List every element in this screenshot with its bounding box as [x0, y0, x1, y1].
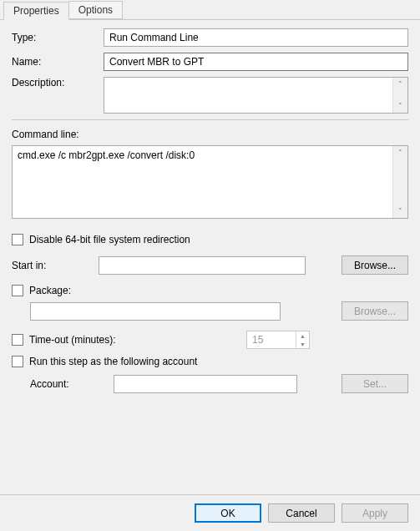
ok-button[interactable]: OK [195, 503, 261, 523]
package-input [30, 302, 281, 321]
properties-panel: Type: Run Command Line Name: Description… [0, 20, 420, 393]
name-label: Name: [12, 56, 104, 68]
spinner-up-icon: ▲ [296, 331, 309, 340]
description-label: Description: [12, 77, 104, 88]
timeout-label: Time-out (minutes): [29, 334, 246, 346]
set-account-button: Set... [342, 374, 408, 393]
cancel-button[interactable]: Cancel [268, 503, 335, 523]
tab-options[interactable]: Options [68, 1, 123, 19]
package-label: Package: [29, 285, 71, 296]
runas-checkbox[interactable] [12, 356, 23, 367]
commandline-input[interactable]: cmd.exe /c mbr2gpt.exe /convert /disk:0 … [12, 145, 408, 219]
startin-input[interactable] [99, 256, 306, 275]
runas-label: Run this step as the following account [29, 356, 197, 367]
account-input [114, 375, 297, 393]
type-label: Type: [12, 32, 104, 43]
disable64-label: Disable 64-bit file system redirection [29, 234, 190, 245]
startin-label: Start in: [12, 260, 99, 271]
tab-properties[interactable]: Properties [3, 2, 69, 20]
type-value: Run Command Line [104, 28, 408, 47]
scroll-up-icon[interactable]: ˄ [393, 146, 407, 159]
package-checkbox[interactable] [12, 285, 23, 296]
scroll-up-icon[interactable]: ˄ [393, 78, 407, 91]
startin-browse-button[interactable]: Browse... [342, 255, 408, 275]
timeout-checkbox[interactable] [12, 334, 23, 346]
apply-button: Apply [342, 503, 408, 523]
account-label: Account: [30, 378, 114, 390]
timeout-spinner: 15 ▲ ▼ [246, 331, 310, 349]
description-scrollbar[interactable]: ˄ ˅ [392, 78, 407, 113]
dialog-footer: OK Cancel Apply [0, 494, 420, 531]
name-input[interactable] [104, 53, 408, 71]
scroll-down-icon[interactable]: ˅ [393, 205, 407, 218]
package-browse-button: Browse... [342, 301, 408, 321]
disable64-checkbox[interactable] [12, 234, 23, 245]
tab-strip: Properties Options [0, 0, 420, 20]
scroll-down-icon[interactable]: ˅ [393, 99, 407, 113]
commandline-label: Command line: [12, 129, 408, 140]
divider [12, 119, 408, 120]
commandline-scrollbar[interactable]: ˄ ˅ [392, 146, 407, 218]
spinner-down-icon: ▼ [296, 340, 309, 348]
description-input[interactable]: ˄ ˅ [104, 77, 408, 114]
